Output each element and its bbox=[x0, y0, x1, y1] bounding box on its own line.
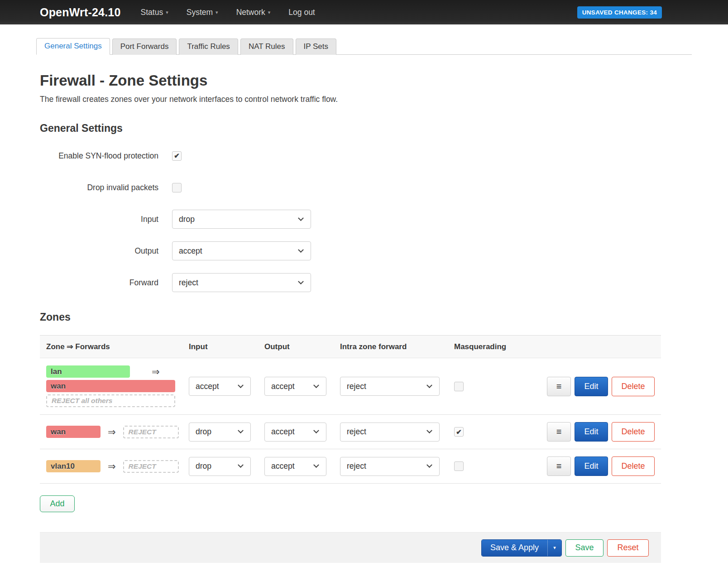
chevron-down-icon: ▾ bbox=[216, 10, 218, 15]
zone-forwards-cell: vlan10 ⇒ REJECT bbox=[46, 460, 189, 473]
zone-badge-wan: wan bbox=[46, 426, 101, 438]
lan-input-select[interactable]: accept bbox=[189, 377, 251, 396]
zone-badge-vlan10: vlan10 bbox=[46, 460, 101, 472]
nav-item-label: System bbox=[187, 8, 213, 17]
drop-invalid-label: Drop invalid packets bbox=[40, 183, 158, 192]
chevron-down-icon: ▾ bbox=[166, 10, 168, 15]
select-value: accept bbox=[271, 382, 295, 391]
wan-delete-button[interactable]: Delete bbox=[612, 422, 655, 442]
wan-output-select[interactable]: accept bbox=[264, 423, 326, 442]
save-button[interactable]: Save bbox=[565, 539, 603, 557]
nav-item-system[interactable]: System ▾ bbox=[187, 8, 218, 17]
chevron-down-icon bbox=[426, 427, 432, 433]
reject-placeholder: REJECT bbox=[123, 460, 179, 473]
reject-all-others-note: REJECT all others bbox=[46, 394, 175, 407]
vlan10-output-select[interactable]: accept bbox=[264, 457, 326, 476]
tab-traffic-rules[interactable]: Traffic Rules bbox=[179, 38, 238, 55]
nav-item-network[interactable]: Network ▾ bbox=[236, 8, 271, 17]
wan-intra-select[interactable]: reject bbox=[340, 423, 440, 442]
zone-row-vlan10: vlan10 ⇒ REJECT drop accept reject ≡ Edi… bbox=[40, 449, 661, 484]
chevron-down-icon bbox=[313, 462, 319, 468]
nav-item-label: Status bbox=[141, 8, 163, 17]
lan-masquerading-checkbox[interactable] bbox=[454, 382, 464, 391]
select-value: reject bbox=[347, 461, 366, 471]
forward-policy-label: Forward bbox=[40, 278, 158, 288]
reject-placeholder: REJECT bbox=[123, 426, 179, 438]
zone-forwards-cell: lan ⇒ wan REJECT all others bbox=[46, 365, 189, 407]
zone-row-lan: lan ⇒ wan REJECT all others accept accep… bbox=[40, 358, 661, 415]
wan-menu-button[interactable]: ≡ bbox=[547, 422, 571, 442]
lan-intra-select[interactable]: reject bbox=[340, 377, 440, 396]
vlan10-input-select[interactable]: drop bbox=[189, 457, 251, 476]
forwards-arrow-icon: ⇒ bbox=[108, 461, 116, 472]
select-value: reject bbox=[347, 382, 366, 391]
wan-edit-button[interactable]: Edit bbox=[575, 422, 608, 442]
select-value: drop bbox=[179, 215, 195, 224]
syn-flood-label: Enable SYN-flood protection bbox=[40, 151, 158, 161]
zones-table: Zone ⇒ Forwards Input Output Intra zone … bbox=[40, 335, 661, 484]
forward-policy-row: Forward reject bbox=[40, 273, 661, 292]
syn-flood-checkbox[interactable] bbox=[172, 151, 182, 161]
unsaved-changes-badge[interactable]: UNSAVED CHANGES: 34 bbox=[577, 6, 662, 19]
wan-masquerading-checkbox[interactable] bbox=[454, 427, 464, 437]
tab-general-settings[interactable]: General Settings bbox=[36, 38, 110, 55]
col-masquerading: Masquerading bbox=[454, 342, 508, 351]
tab-nat-rules[interactable]: NAT Rules bbox=[240, 38, 293, 55]
forwards-arrow-icon: ⇒ bbox=[108, 427, 116, 437]
input-policy-label: Input bbox=[40, 215, 158, 224]
zone-badge-wan: wan bbox=[46, 380, 175, 392]
vlan10-delete-button[interactable]: Delete bbox=[612, 456, 655, 476]
lan-delete-button[interactable]: Delete bbox=[612, 377, 655, 396]
drop-invalid-row: Drop invalid packets bbox=[40, 178, 661, 197]
lan-output-select[interactable]: accept bbox=[264, 377, 326, 396]
select-value: reject bbox=[179, 278, 198, 288]
hamburger-icon: ≡ bbox=[556, 427, 562, 437]
forward-policy-select[interactable]: reject bbox=[172, 273, 311, 292]
page-title: Firewall - Zone Settings bbox=[40, 72, 661, 89]
select-value: drop bbox=[196, 461, 211, 471]
save-apply-dropdown-button[interactable]: ▾ bbox=[547, 540, 561, 556]
main-content: Firewall - Zone Settings The firewall cr… bbox=[40, 72, 661, 563]
vlan10-actions: ≡ Edit Delete bbox=[547, 456, 655, 476]
input-policy-select[interactable]: drop bbox=[172, 210, 311, 229]
vlan10-masquerading-checkbox[interactable] bbox=[454, 461, 464, 471]
zones-section: Zones Zone ⇒ Forwards Input Output Intra… bbox=[40, 311, 661, 512]
nav-menu: Status ▾ System ▾ Network ▾ Log out bbox=[141, 8, 315, 17]
reset-button[interactable]: Reset bbox=[607, 539, 649, 557]
tab-port-forwards[interactable]: Port Forwards bbox=[112, 38, 177, 55]
zones-heading: Zones bbox=[40, 311, 661, 323]
chevron-down-icon bbox=[238, 427, 244, 433]
nav-item-label: Network bbox=[236, 8, 265, 17]
select-value: accept bbox=[179, 246, 202, 256]
brand-logo[interactable]: OpenWrt-24.10 bbox=[40, 6, 121, 19]
chevron-down-icon bbox=[298, 279, 304, 284]
zone-row-wan: wan ⇒ REJECT drop accept reject ≡ Edit bbox=[40, 415, 661, 449]
select-value: drop bbox=[196, 427, 211, 437]
general-settings-heading: General Settings bbox=[40, 122, 661, 134]
wan-input-select[interactable]: drop bbox=[189, 423, 251, 442]
chevron-down-icon: ▾ bbox=[268, 10, 271, 15]
hamburger-icon: ≡ bbox=[556, 381, 562, 392]
select-value: accept bbox=[271, 461, 295, 471]
chevron-down-icon bbox=[298, 247, 304, 253]
lan-menu-button[interactable]: ≡ bbox=[547, 377, 571, 396]
vlan10-intra-select[interactable]: reject bbox=[340, 457, 440, 476]
drop-invalid-checkbox[interactable] bbox=[172, 183, 182, 192]
save-apply-button[interactable]: Save & Apply bbox=[482, 540, 547, 556]
vlan10-menu-button[interactable]: ≡ bbox=[547, 456, 571, 476]
output-policy-label: Output bbox=[40, 246, 158, 256]
nav-item-label: Log out bbox=[288, 8, 315, 17]
add-zone-button[interactable]: Add bbox=[40, 495, 75, 512]
output-policy-select[interactable]: accept bbox=[172, 241, 311, 260]
chevron-down-icon bbox=[426, 462, 432, 468]
select-value: reject bbox=[347, 427, 366, 437]
vlan10-edit-button[interactable]: Edit bbox=[575, 456, 608, 476]
tab-ip-sets[interactable]: IP Sets bbox=[296, 38, 337, 55]
nav-item-status[interactable]: Status ▾ bbox=[141, 8, 168, 17]
chevron-down-icon bbox=[313, 382, 319, 388]
nav-item-logout[interactable]: Log out bbox=[288, 8, 315, 17]
lan-edit-button[interactable]: Edit bbox=[575, 377, 608, 396]
action-footer: Save & Apply ▾ Save Reset bbox=[40, 532, 661, 563]
top-navbar: OpenWrt-24.10 Status ▾ System ▾ Network … bbox=[0, 0, 728, 24]
syn-flood-row: Enable SYN-flood protection bbox=[40, 146, 661, 165]
